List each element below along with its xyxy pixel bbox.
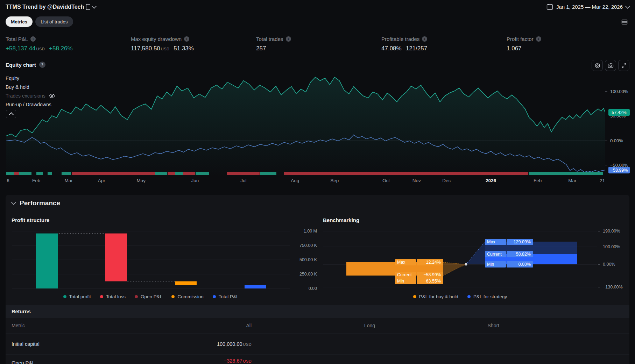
- waterfall-bar[interactable]: [175, 281, 197, 285]
- trade-marker-segment: [155, 172, 167, 175]
- buy-hold-value-badge: −58.99%: [608, 167, 630, 173]
- y-axis-label: 0.00%: [598, 262, 615, 267]
- waterfall-bar[interactable]: [105, 234, 127, 281]
- expand-icon: [621, 63, 627, 69]
- performance-header[interactable]: Performance: [12, 199, 60, 207]
- trade-marker-segment: [260, 172, 276, 175]
- metric-label: Max equity drawdown: [131, 36, 182, 42]
- metric-secondary: 121/257: [406, 45, 427, 52]
- metric-total-pnl: Total P&Li +58,137.44USD+58.26%: [6, 36, 131, 52]
- legend-item: Open P&L: [135, 294, 162, 299]
- y-axis-label: 0.00%: [605, 138, 623, 143]
- x-axis-label: Mar: [568, 178, 576, 183]
- metric-profit-factor: Profit factori 1.067: [507, 36, 632, 52]
- legend-label: Total profit: [69, 294, 91, 299]
- waterfall-bar[interactable]: [36, 234, 58, 288]
- date-range-picker[interactable]: Jan 1, 2025 — Mar 22, 2026: [546, 3, 629, 10]
- chart-toolbar: [592, 60, 629, 71]
- chevron-down-icon: [625, 3, 630, 8]
- strategy-title[interactable]: TTMS Trend by @DaviddTech: [6, 4, 96, 10]
- legend-dot-icon: [63, 295, 66, 298]
- strategy-min-callout: Min 0.00%: [485, 261, 533, 267]
- metric-max-drawdown: Max equity drawdowni 117,580.50USD51.33%: [131, 36, 256, 52]
- returns-section-header: Returns: [6, 305, 629, 318]
- calendar-icon: [546, 3, 553, 10]
- gear-icon: [594, 63, 600, 69]
- chart-snapshot-button[interactable]: [605, 60, 616, 71]
- info-icon[interactable]: i: [30, 36, 36, 42]
- metric-total-trades: Total tradesi 257: [256, 36, 381, 52]
- metric-secondary: 51.33%: [174, 45, 194, 52]
- returns-title: Returns: [12, 309, 31, 314]
- legend-item: P&L for buy & hold: [413, 294, 458, 299]
- callout-label: Max: [485, 239, 506, 245]
- equity-chart-plot[interactable]: [6, 73, 605, 177]
- equity-chart-title-text: Equity chart: [6, 62, 36, 68]
- legend-item-buy-hold[interactable]: Buy & hold: [6, 83, 56, 91]
- returns-table-header: Metric All Long Short: [6, 318, 629, 334]
- profit-structure-title: Profit structure: [12, 217, 49, 223]
- chevron-down-icon: [92, 4, 97, 9]
- placeholder-glyph-icon: [86, 4, 90, 10]
- legend-item: Total profit: [63, 294, 91, 299]
- info-icon[interactable]: i: [536, 36, 541, 42]
- legend-item-trades-excursions[interactable]: Trades excursions: [6, 91, 56, 100]
- buy-hold-current-callout: Current −58.99%: [395, 272, 443, 278]
- legend-label: P&L for buy & hold: [419, 294, 458, 299]
- callout-value: −63.55%: [417, 278, 443, 284]
- trade-marker-segment: [36, 172, 43, 175]
- strategy-tester-page: TTMS Trend by @DaviddTech Jan 1, 2025 — …: [0, 0, 635, 364]
- trade-marker-segment: [168, 172, 175, 175]
- legend-item-equity[interactable]: Equity: [6, 74, 56, 83]
- help-icon[interactable]: ?: [39, 62, 45, 68]
- x-axis-label: Jul: [240, 178, 246, 183]
- trade-marker-segment: [529, 172, 603, 175]
- currency-label: USD: [243, 359, 252, 363]
- trade-marker-segment: [48, 172, 52, 175]
- buy-hold-min-callout: Min −63.55%: [395, 278, 443, 284]
- chart-fullscreen-button[interactable]: [618, 60, 629, 71]
- y-axis-label: −130.00%: [598, 285, 623, 290]
- legend-label: Total loss: [106, 294, 126, 299]
- row-metric-label: Open P&L: [12, 360, 35, 364]
- x-axis-label: Sep: [330, 178, 339, 183]
- equity-chart-legend: Equity Buy & hold Trades excursions Run-…: [6, 74, 56, 109]
- row-value: 100,000.00USD: [147, 334, 252, 355]
- currency-label: USD: [36, 47, 45, 51]
- metric-label: Total P&L: [6, 36, 28, 42]
- info-icon[interactable]: i: [286, 36, 291, 42]
- benchmarking-title: Benchmarking: [323, 217, 359, 223]
- row-metric-label: Initial capital: [12, 334, 40, 355]
- legend-dot-icon: [171, 295, 175, 298]
- legend-item: Total P&L: [213, 294, 239, 299]
- callout-label: Min: [395, 278, 416, 284]
- legend-dot-icon: [213, 295, 216, 298]
- tab-list-of-trades[interactable]: List of trades: [35, 16, 73, 27]
- y-axis-label: 100.00%: [598, 244, 620, 249]
- x-axis-label: 6: [7, 178, 9, 183]
- info-icon[interactable]: i: [184, 36, 189, 42]
- y-axis-label: 190.00%: [598, 229, 620, 234]
- legend-label: Buy & hold: [6, 84, 29, 90]
- rows-icon: [621, 19, 628, 25]
- collapse-legend-button[interactable]: [6, 110, 16, 118]
- chart-settings-button[interactable]: [592, 60, 603, 71]
- tab-metrics[interactable]: Metrics: [6, 16, 33, 27]
- metric-profitable-trades: Profitable tradesi 47.08%121/257: [381, 36, 507, 52]
- chevron-up-icon: [8, 112, 13, 117]
- x-axis-label: Dec: [442, 178, 451, 183]
- camera-icon: [608, 63, 614, 69]
- info-icon[interactable]: i: [422, 36, 427, 42]
- performance-title: Performance: [20, 199, 60, 207]
- metric-label: Total trades: [256, 36, 283, 42]
- x-axis-label: 21: [600, 178, 605, 183]
- metric-value: 1.067: [507, 45, 522, 52]
- layout-list-button[interactable]: [619, 17, 629, 27]
- profit-structure-chart: [12, 230, 290, 289]
- x-axis-label: Nov: [412, 178, 421, 183]
- trade-marker-segment: [6, 172, 14, 175]
- trade-marker-segment: [19, 172, 31, 175]
- callout-label: Min: [485, 261, 506, 267]
- legend-item-runup-drawdowns[interactable]: Run-up / Drawdowns: [6, 100, 56, 109]
- waterfall-bar[interactable]: [245, 285, 266, 289]
